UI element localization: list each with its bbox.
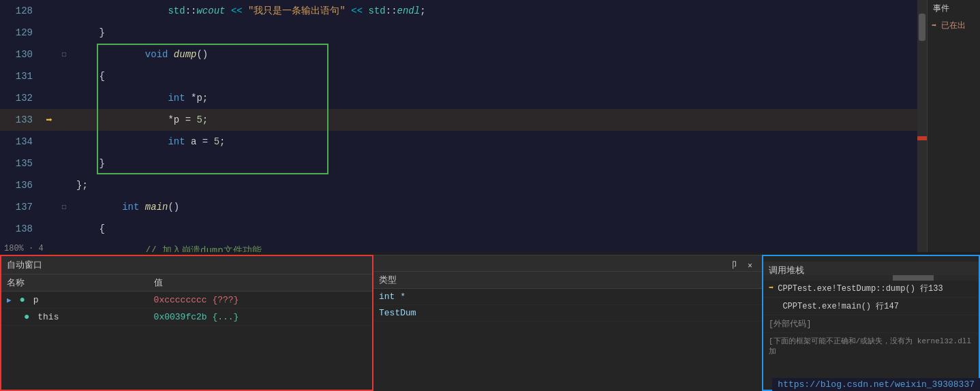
stack-fn-0: CPPTest.exe!TestDump::dump() 行133 [778, 283, 943, 294]
editor-area: 128 std::wcout << "我只是一条输出语句" << std::en… [0, 0, 927, 252]
auto-window-panel: 自动窗口 名称 值 ▶ ● p 0xcccccccc {???} [0, 255, 373, 391]
line-fold-130[interactable]: □ [57, 51, 71, 59]
vertical-scrollbar[interactable] [917, 0, 927, 252]
dot-icon-this: ● [24, 311, 29, 322]
line-num-136: 136 [0, 180, 41, 191]
scrollbar-red-mark [917, 136, 927, 140]
auto-window-table: 名称 值 ▶ ● p 0xcccccccc {???} ● [1, 275, 372, 326]
line-num-135: 135 [0, 158, 41, 169]
line-fold-137[interactable]: □ [57, 204, 71, 211]
code-line-139[interactable]: 139 // 加入崩溃dump文件功能 [0, 240, 927, 252]
type-col-header: 类型 [373, 272, 762, 289]
call-stack-hscrollbar[interactable] [763, 275, 979, 281]
auto-window-title-text: 自动窗口 [7, 259, 42, 271]
panel-button-1[interactable]: 卩 [724, 258, 741, 272]
panel-close-button[interactable]: × [744, 258, 756, 272]
col-header-name: 名称 [1, 275, 149, 292]
expand-arrow-p[interactable]: ▶ [7, 296, 12, 304]
line-num-129: 129 [0, 27, 41, 38]
line-num-131: 131 [0, 71, 41, 82]
line-num-134: 134 [0, 136, 41, 147]
current-line-arrow: ➡ [46, 113, 52, 127]
expand-arrow-this [7, 313, 16, 322]
type-value-this: TestDum [373, 305, 762, 322]
middle-panel-title [373, 255, 762, 272]
code-line-137[interactable]: 137 □ int main() [0, 196, 927, 218]
scrollbar-thumb[interactable] [919, 14, 925, 41]
code-line-135[interactable]: 135 } [0, 153, 927, 174]
line-arrow-133: ➡ [41, 113, 57, 127]
table-row[interactable]: ▶ ● p 0xcccccccc {???} [1, 292, 372, 309]
code-container: 128 std::wcout << "我只是一条输出语句" << std::en… [0, 0, 927, 252]
zoom-level: 180% · 4 [0, 243, 48, 255]
stack-item-3: [下面的框架可能不正确和/或缺失，没有为 kernel32.dll 加 [763, 333, 979, 359]
line-num-130: 130 [0, 49, 41, 60]
dot-icon-p: ● [19, 294, 25, 305]
code-line-128[interactable]: 128 std::wcout << "我只是一条输出语句" << std::en… [0, 0, 927, 22]
stack-item-0[interactable]: ➡ CPPTest.exe!TestDump::dump() 行133 [763, 280, 979, 298]
var-name-this: ● this [1, 309, 149, 326]
already-out-label: ➡ 已在出 [928, 17, 980, 34]
bottom-panels: 自动窗口 名称 值 ▶ ● p 0xcccccccc {???} [0, 255, 980, 391]
var-value-this: 0x0039fc2b {...} [149, 309, 372, 326]
line-num-133: 133 [0, 114, 41, 125]
line-num-132: 132 [0, 93, 41, 104]
line-num-138: 138 [0, 223, 41, 234]
right-panel: 事件 ➡ 已在出 [927, 0, 980, 252]
var-name-label-p: p [33, 295, 39, 305]
stack-item-1[interactable]: CPPTest.exe!main() 行147 [763, 298, 979, 315]
stack-item-2: [外部代码] [763, 315, 979, 333]
var-name-label-this: this [37, 312, 59, 322]
middle-panel-label [379, 258, 384, 268]
url-bar: https://blog.csdn.net/weixin_39308337 [772, 378, 980, 391]
stack-arrow-1 [769, 300, 778, 310]
type-value-p: int * [373, 289, 762, 305]
line-content-139: // 加入崩溃dump文件功能 [71, 218, 927, 252]
line-num-128: 128 [0, 5, 41, 16]
call-stack-panel: 调用堆栈 ➡ CPPTest.exe!TestDump::dump() 行133… [762, 255, 980, 391]
stack-fn-1: CPPTest.exe!main() 行147 [782, 300, 898, 312]
right-panel-label: 事件 [928, 0, 980, 17]
var-value-p: 0xcccccccc {???} [149, 292, 372, 309]
code-line-130[interactable]: 130 □ void dump() [0, 44, 927, 65]
middle-panel: 类型 int * TestDum 卩 × [373, 255, 762, 391]
line-content-135: } [71, 153, 927, 174]
auto-window-title: 自动窗口 [1, 256, 372, 275]
col-header-value: 值 [149, 275, 372, 292]
table-row[interactable]: ● this 0x0039fc2b {...} [1, 309, 372, 326]
stack-arrow-0: ➡ [769, 283, 774, 293]
middle-panel-buttons: 卩 × [724, 258, 756, 272]
hscrollbar-thumb[interactable] [893, 275, 934, 281]
var-name-p: ▶ ● p [1, 292, 149, 309]
code-line-134[interactable]: 134 int a = 5; [0, 131, 927, 153]
line-num-137: 137 [0, 202, 41, 213]
